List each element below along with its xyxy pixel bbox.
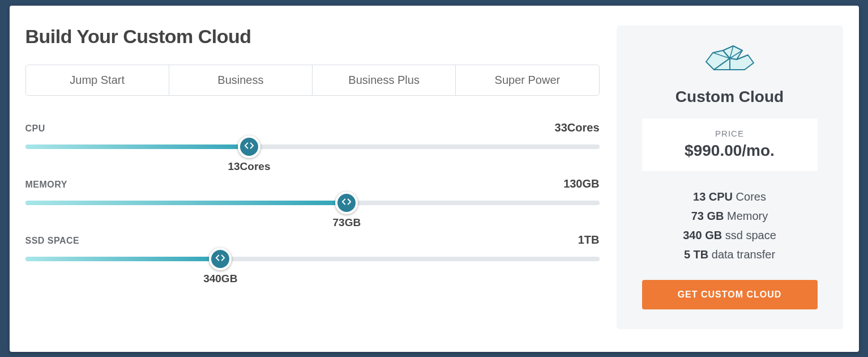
slider-cpu-label: CPU <box>25 124 45 134</box>
sliders-group: CPU 33Cores 13Cores <box>25 121 600 261</box>
slider-ssd-max: 1TB <box>578 233 600 246</box>
summary-panel: Custom Cloud PRICE $990.00/mo. 13 CPU Co… <box>617 26 843 329</box>
spec-cpu: 13 CPU Cores <box>683 187 776 206</box>
slider-handle-icon <box>215 254 225 264</box>
slider-ssd-value: 340GB <box>203 273 237 285</box>
slider-memory-thumb[interactable] <box>335 192 358 214</box>
slider-ssd-track[interactable] <box>25 257 600 261</box>
slider-ssd-thumb[interactable] <box>209 248 232 270</box>
slider-cpu-track[interactable] <box>25 144 600 149</box>
slider-ssd: SSD SPACE 1TB 340GB <box>25 233 600 261</box>
summary-title: Custom Cloud <box>675 88 784 106</box>
slider-handle-icon <box>341 198 352 208</box>
slider-memory-fill <box>25 201 347 205</box>
spec-list: 13 CPU Cores 73 GB Memory 340 GB ssd spa… <box>683 187 776 264</box>
tab-business-plus[interactable]: Business Plus <box>313 65 456 96</box>
slider-memory-label: MEMORY <box>25 180 67 190</box>
tab-business[interactable]: Business <box>169 65 313 96</box>
slider-cpu-fill <box>25 144 249 149</box>
cloud-crystal-icon <box>703 42 757 75</box>
cloud-builder-card: Build Your Custom Cloud Jump Start Busin… <box>10 6 859 352</box>
tab-super-power[interactable]: Super Power <box>456 65 599 96</box>
spec-ssd: 340 GB ssd space <box>683 226 776 245</box>
slider-handle-icon <box>244 142 254 152</box>
price-label: PRICE <box>648 129 812 138</box>
slider-memory: MEMORY 130GB 73GB <box>25 177 600 205</box>
slider-cpu-value: 13Cores <box>228 160 270 173</box>
slider-cpu-max: 33Cores <box>555 121 600 134</box>
slider-cpu: CPU 33Cores 13Cores <box>25 121 600 149</box>
slider-cpu-thumb[interactable] <box>238 135 260 158</box>
slider-memory-max: 130GB <box>563 177 599 190</box>
price-box: PRICE $990.00/mo. <box>642 118 818 171</box>
slider-memory-value: 73GB <box>333 216 361 229</box>
price-value: $990.00/mo. <box>648 142 812 160</box>
slider-ssd-fill <box>25 257 221 261</box>
page-title: Build Your Custom Cloud <box>25 26 600 48</box>
spec-transfer: 5 TB data transfer <box>683 245 776 264</box>
get-custom-cloud-button[interactable]: GET CUSTOM CLOUD <box>642 280 818 309</box>
spec-memory: 73 GB Memory <box>683 206 776 226</box>
slider-memory-track[interactable] <box>25 201 600 205</box>
preset-tabs: Jump Start Business Business Plus Super … <box>25 65 600 96</box>
tab-jump-start[interactable]: Jump Start <box>25 65 169 96</box>
slider-ssd-label: SSD SPACE <box>25 236 80 246</box>
configurator-panel: Build Your Custom Cloud Jump Start Busin… <box>25 26 600 329</box>
